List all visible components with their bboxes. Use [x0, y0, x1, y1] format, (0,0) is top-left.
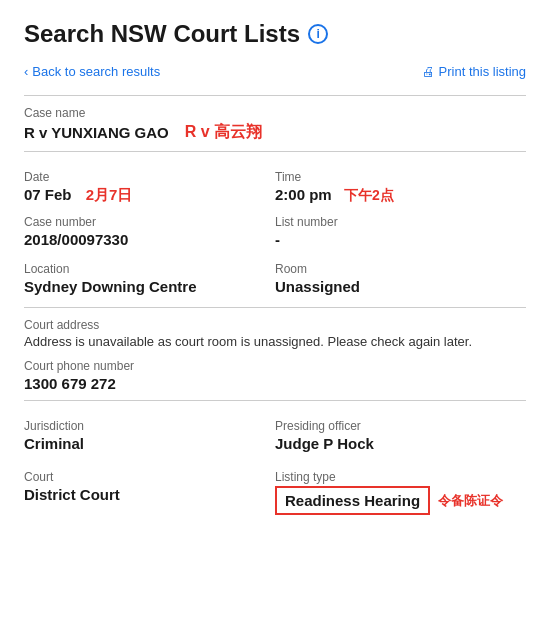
back-label: Back to search results	[32, 64, 160, 79]
location-col: Location Sydney Downing Centre	[24, 252, 275, 299]
presiding-officer-label: Presiding officer	[275, 419, 526, 433]
location-label: Location	[24, 262, 275, 276]
divider-phone	[24, 400, 526, 401]
presiding-officer-col: Presiding officer Judge P Hock	[275, 409, 526, 456]
list-number-col: List number -	[275, 205, 526, 252]
case-name-row: R v YUNXIANG GAO R v 高云翔	[24, 122, 526, 143]
list-number-label: List number	[275, 215, 526, 229]
date-col: Date 07 Feb 2月7日	[24, 160, 275, 205]
back-chevron-icon: ‹	[24, 64, 28, 79]
print-label: Print this listing	[439, 64, 526, 79]
divider-location	[24, 307, 526, 308]
date-time-row: Date 07 Feb 2月7日 Time 2:00 pm 下午2点	[24, 160, 526, 205]
court-label: Court	[24, 470, 275, 484]
time-value-row: 2:00 pm 下午2点	[275, 186, 526, 205]
page-title: Search NSW Court Lists i	[24, 20, 526, 48]
time-chinese: 下午2点	[344, 187, 394, 203]
divider-name	[24, 151, 526, 152]
case-number-label: Case number	[24, 215, 275, 229]
time-value: 2:00 pm	[275, 186, 332, 203]
time-col: Time 2:00 pm 下午2点	[275, 160, 526, 205]
title-text: Search NSW Court Lists	[24, 20, 300, 48]
date-chinese: 2月7日	[86, 186, 133, 203]
list-number-value: -	[275, 231, 526, 248]
room-label: Room	[275, 262, 526, 276]
case-number-value: 2018/00097330	[24, 231, 275, 248]
case-name-label: Case name	[24, 106, 526, 120]
court-phone-value: 1300 679 272	[24, 375, 526, 392]
print-link[interactable]: 🖨 Print this listing	[422, 64, 526, 79]
case-number-col: Case number 2018/00097330	[24, 205, 275, 252]
presiding-officer-value: Judge P Hock	[275, 435, 526, 452]
court-col: Court District Court	[24, 460, 275, 515]
court-phone-label: Court phone number	[24, 359, 526, 373]
nav-row: ‹ Back to search results 🖨 Print this li…	[24, 64, 526, 79]
court-listing-row: Court District Court Listing type Readin…	[24, 460, 526, 515]
time-label: Time	[275, 170, 526, 184]
listing-type-row: Readiness Hearing 令备陈证令	[275, 486, 526, 515]
listing-type-value: Readiness Hearing	[285, 492, 420, 509]
back-link[interactable]: ‹ Back to search results	[24, 64, 160, 79]
date-value: 07 Feb	[24, 186, 72, 203]
court-value: District Court	[24, 486, 275, 503]
jurisdiction-officer-row: Jurisdiction Criminal Presiding officer …	[24, 409, 526, 456]
case-name-value: R v YUNXIANG GAO	[24, 124, 169, 141]
listing-type-box: Readiness Hearing	[275, 486, 430, 515]
date-value-row: 07 Feb 2月7日	[24, 186, 275, 205]
location-value: Sydney Downing Centre	[24, 278, 275, 295]
printer-icon: 🖨	[422, 64, 435, 79]
date-label: Date	[24, 170, 275, 184]
listing-type-label: Listing type	[275, 470, 526, 484]
court-address-value: Address is unavailable as court room is …	[24, 334, 526, 349]
court-address-label: Court address	[24, 318, 526, 332]
jurisdiction-col: Jurisdiction Criminal	[24, 409, 275, 456]
case-list-number-row: Case number 2018/00097330 List number -	[24, 205, 526, 252]
jurisdiction-label: Jurisdiction	[24, 419, 275, 433]
location-room-row: Location Sydney Downing Centre Room Unas…	[24, 252, 526, 299]
room-col: Room Unassigned	[275, 252, 526, 299]
case-name-chinese: R v 高云翔	[185, 122, 262, 143]
jurisdiction-value: Criminal	[24, 435, 275, 452]
divider-top	[24, 95, 526, 96]
overlay-text: 令备陈证令	[438, 492, 503, 510]
info-icon[interactable]: i	[308, 24, 328, 44]
listing-type-col: Listing type Readiness Hearing 令备陈证令	[275, 460, 526, 515]
room-value: Unassigned	[275, 278, 526, 295]
